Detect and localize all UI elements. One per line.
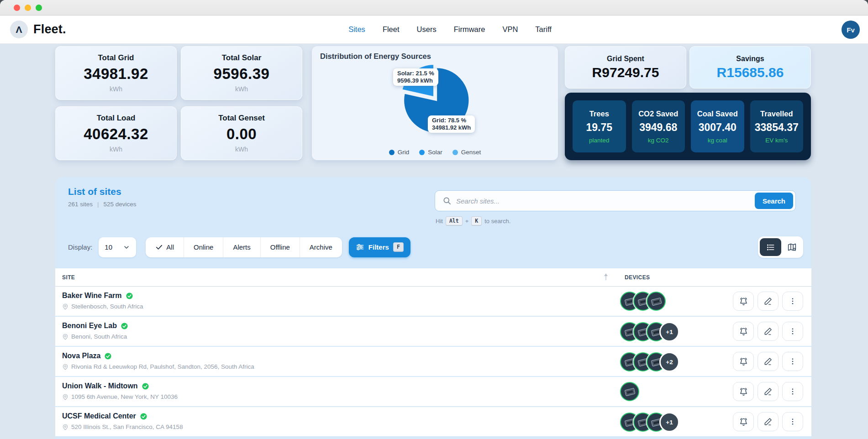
notifications-button[interactable] [733, 352, 754, 371]
close-window-button[interactable] [14, 5, 20, 11]
notifications-button[interactable] [733, 382, 754, 401]
device-overflow-badge[interactable]: +2 [659, 352, 679, 372]
fin-title: Savings [736, 55, 764, 63]
filter-tab-all[interactable]: All [146, 237, 184, 257]
stat-title: Total Load [97, 114, 136, 123]
filter-tab-archive[interactable]: Archive [300, 237, 342, 257]
site-address-text: 1095 6th Avenue, New York, NY 10036 [71, 393, 178, 400]
legend-item-solar[interactable]: Solar [419, 149, 442, 156]
table-row[interactable]: Union Walk - Midtown1095 6th Avenue, New… [55, 377, 811, 406]
eco-title: Travelled [760, 110, 793, 118]
filter-tab-offline[interactable]: Offline [260, 237, 300, 257]
energy-distribution-card: Distribution of Energy Sources Solar: 21… [312, 46, 558, 160]
edit-site-button[interactable] [758, 352, 779, 371]
site-name[interactable]: Nova Plaza [62, 352, 100, 360]
edit-pencil-icon [763, 387, 773, 396]
site-name[interactable]: Benoni Eye Lab [62, 322, 117, 330]
more-options-icon [789, 297, 797, 305]
table-row[interactable]: Benoni Eye LabBenoni, South Africa+1 [55, 317, 811, 346]
edit-site-button[interactable] [758, 292, 779, 311]
device-avatars: +1 [620, 412, 679, 432]
more-options-button[interactable] [782, 352, 803, 371]
row-actions [733, 352, 803, 371]
stat-value: 34981.92 [84, 65, 148, 83]
more-options-icon [789, 357, 797, 366]
table-row[interactable]: Baker Wine FarmStellenbosch, South Afric… [55, 287, 811, 316]
brand[interactable]: Λ Fleet. [10, 21, 66, 38]
maximize-window-button[interactable] [36, 5, 42, 11]
more-options-button[interactable] [782, 412, 803, 431]
list-icon [766, 243, 775, 252]
filter-tab-alerts[interactable]: Alerts [223, 237, 260, 257]
edit-site-button[interactable] [758, 412, 779, 431]
site-name[interactable]: Union Walk - Midtown [62, 382, 138, 390]
column-header-devices[interactable]: DEVICES [625, 274, 650, 281]
list-view-button[interactable] [760, 238, 781, 256]
site-name[interactable]: UCSF Medical Center [62, 412, 136, 420]
more-options-button[interactable] [782, 292, 803, 311]
nav-tab-vpn[interactable]: VPN [502, 25, 518, 34]
site-address: 520 Illinois St., San Francisco, CA 9415… [62, 423, 183, 430]
eco-unit: planted [589, 137, 609, 144]
edit-site-button[interactable] [758, 322, 779, 341]
legend-item-grid[interactable]: Grid [389, 149, 410, 156]
verified-icon [140, 413, 147, 420]
map-icon [787, 242, 797, 252]
stat-unit: kWh [110, 85, 122, 93]
more-options-button[interactable] [782, 382, 803, 401]
eco-card-trees: Trees19.75planted [573, 100, 626, 152]
bell-icon [739, 327, 748, 336]
more-options-icon [789, 418, 797, 426]
nav-tab-firmware[interactable]: Firmware [454, 25, 485, 34]
eco-value: 3949.68 [639, 121, 677, 134]
device-avatar[interactable] [620, 382, 639, 401]
page-size-select[interactable]: 10 [99, 237, 136, 257]
site-name-wrap: Benoni Eye Lab [62, 322, 128, 330]
sort-asc-icon[interactable] [603, 272, 609, 282]
map-view-button[interactable] [782, 238, 801, 256]
legend-dot-icon [389, 150, 395, 155]
search-button[interactable]: Search [755, 193, 793, 209]
notifications-button[interactable] [733, 322, 754, 341]
site-name[interactable]: Baker Wine Farm [62, 292, 122, 300]
f-key-badge: F [393, 242, 404, 252]
eco-unit: kg coal [708, 137, 727, 144]
nav-tab-users[interactable]: Users [417, 25, 437, 34]
eco-card-co2-saved: CO2 Saved3949.68kg CO2 [632, 100, 685, 152]
legend-label: Grid [398, 149, 410, 156]
stat-value: 9596.39 [214, 65, 270, 83]
stat-unit: kWh [235, 146, 248, 153]
site-address: Rivonia Rd & Leeuwkop Rd, Paulshof, Sand… [62, 363, 254, 370]
financial-cards: Grid SpentR97249.75SavingsR15685.86 [565, 46, 811, 89]
more-options-button[interactable] [782, 322, 803, 341]
eco-title: Trees [589, 110, 609, 118]
search-input[interactable] [456, 197, 755, 205]
column-header-site[interactable]: SITE [62, 274, 75, 281]
nav-tab-fleet[interactable]: Fleet [383, 25, 400, 34]
device-overflow-badge[interactable]: +1 [659, 412, 679, 432]
stat-title: Total Genset [218, 114, 265, 123]
device-avatars [620, 292, 666, 311]
verified-badge [126, 292, 133, 300]
panel-summary: 261 sites | 525 devices [68, 201, 137, 208]
legend-item-genset[interactable]: Genset [452, 149, 481, 156]
device-avatar[interactable] [647, 292, 666, 311]
notifications-button[interactable] [733, 292, 754, 311]
nav-tab-sites[interactable]: Sites [348, 25, 365, 34]
filters-button[interactable]: Filters F [349, 237, 410, 257]
edit-pencil-icon [763, 357, 773, 366]
nav-tab-tariff[interactable]: Tariff [535, 25, 551, 34]
legend-label: Solar [428, 149, 442, 156]
table-row[interactable]: Nova PlazaRivonia Rd & Leeuwkop Rd, Paul… [55, 347, 811, 376]
filter-tab-label: Online [194, 243, 213, 251]
filter-tab-online[interactable]: Online [184, 237, 223, 257]
table-row[interactable]: UCSF Medical Center520 Illinois St., San… [55, 407, 811, 436]
notifications-button[interactable] [733, 412, 754, 431]
eco-card-coal-saved: Coal Saved3007.40kg coal [691, 100, 744, 152]
edit-site-button[interactable] [758, 382, 779, 401]
minimize-window-button[interactable] [25, 5, 31, 11]
sites-table: SITE DEVICES Baker Wine FarmStellenbosch… [55, 268, 811, 439]
site-address-text: 520 Illinois St., San Francisco, CA 9415… [71, 423, 183, 430]
user-avatar[interactable]: Fv [842, 21, 860, 39]
device-overflow-badge[interactable]: +1 [659, 322, 679, 342]
